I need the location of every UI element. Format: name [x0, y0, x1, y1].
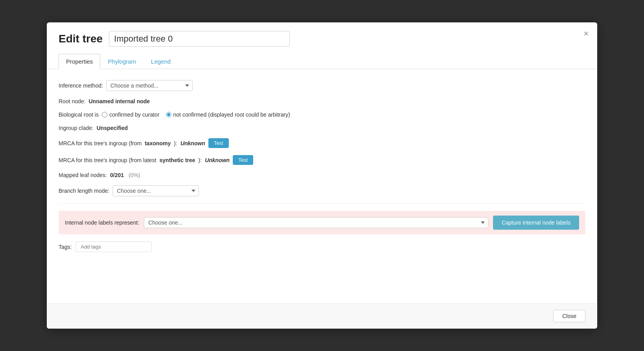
modal-header: Edit tree × [47, 22, 597, 54]
internal-node-labels-select[interactable]: Choose one... [144, 217, 488, 228]
root-node-value: Unnamed internal node [89, 98, 150, 104]
modal-body: Inference method: Choose a method... Roo… [47, 69, 597, 303]
edit-tree-modal: Edit tree × Properties Phylogram Legend … [47, 22, 597, 329]
tab-legend[interactable]: Legend [144, 54, 178, 69]
inference-method-select[interactable]: Choose a method... [106, 80, 193, 91]
mapped-leaf-nodes-label: Mapped leaf nodes: [59, 172, 107, 178]
divider [59, 203, 585, 204]
radio-confirmed-label: confirmed by curator [109, 112, 160, 118]
root-node-row: Root node: Unnamed internal node [59, 98, 585, 104]
radio-confirmed-input[interactable] [102, 112, 107, 117]
close-button[interactable]: Close [553, 310, 585, 322]
mrca-synthetic-value: Unknown [205, 157, 230, 163]
modal-overlay: Edit tree × Properties Phylogram Legend … [0, 0, 644, 351]
mrca-taxonomy-label-bold: taxonomy [145, 140, 171, 146]
radio-not-confirmed-label: not confirmed (displayed root could be a… [173, 112, 290, 118]
biological-root-label: Biological root is [59, 112, 99, 118]
radio-not-confirmed-input[interactable] [166, 112, 171, 117]
mrca-taxonomy-test-button[interactable]: Test [208, 138, 229, 148]
mrca-synthetic-label-pre: MRCA for this tree's ingroup (from lates… [59, 157, 156, 163]
inference-method-row: Inference method: Choose a method... [59, 80, 585, 91]
mapped-leaf-nodes-pct: (0%) [129, 172, 140, 178]
mrca-taxonomy-row: MRCA for this tree's ingroup (from taxon… [59, 138, 585, 148]
inference-method-label: Inference method: [59, 82, 103, 89]
tree-title-input[interactable] [109, 31, 290, 47]
mapped-leaf-nodes-value: 0/201 [110, 172, 124, 178]
biological-root-radio-group: confirmed by curator not confirmed (disp… [102, 112, 290, 118]
internal-node-labels-label: Internal node labels represent: [65, 219, 139, 226]
modal-title-label: Edit tree [59, 33, 103, 45]
biological-root-row: Biological root is confirmed by curator … [59, 112, 585, 118]
modal-tabs: Properties Phylogram Legend [47, 54, 597, 69]
internal-node-labels-row: Internal node labels represent: Choose o… [59, 211, 585, 234]
mrca-synthetic-row: MRCA for this tree's ingroup (from lates… [59, 155, 585, 165]
tab-properties[interactable]: Properties [59, 54, 100, 69]
mrca-synthetic-label-post: ): [199, 157, 202, 163]
mrca-taxonomy-value: Unknown [180, 140, 205, 146]
mrca-synthetic-test-button[interactable]: Test [233, 155, 253, 165]
radio-confirmed[interactable]: confirmed by curator [102, 112, 160, 118]
tab-phylogram[interactable]: Phylogram [100, 54, 144, 69]
ingroup-clade-label: Ingroup clade: [59, 125, 94, 131]
branch-length-row: Branch length mode: Choose one... [59, 185, 585, 196]
mrca-synthetic-label-bold: synthetic tree [160, 157, 195, 163]
modal-close-button[interactable]: × [583, 29, 589, 38]
mrca-taxonomy-label-post: ): [174, 140, 177, 146]
tags-row: Tags: [59, 241, 585, 252]
mapped-leaf-nodes-row: Mapped leaf nodes: 0/201 (0%) [59, 172, 585, 178]
root-node-label: Root node: [59, 98, 86, 104]
modal-footer: Close [47, 303, 597, 329]
mrca-taxonomy-label-pre: MRCA for this tree's ingroup (from [59, 140, 142, 146]
branch-length-select[interactable]: Choose one... [112, 185, 199, 196]
capture-internal-node-labels-button[interactable]: Capture internal node labels [493, 216, 579, 230]
tags-label: Tags: [59, 244, 72, 250]
ingroup-clade-value: Unspecified [97, 125, 128, 131]
radio-not-confirmed[interactable]: not confirmed (displayed root could be a… [166, 112, 290, 118]
tags-input[interactable] [75, 241, 152, 252]
branch-length-label: Branch length mode: [59, 188, 109, 194]
ingroup-clade-row: Ingroup clade: Unspecified [59, 125, 585, 131]
